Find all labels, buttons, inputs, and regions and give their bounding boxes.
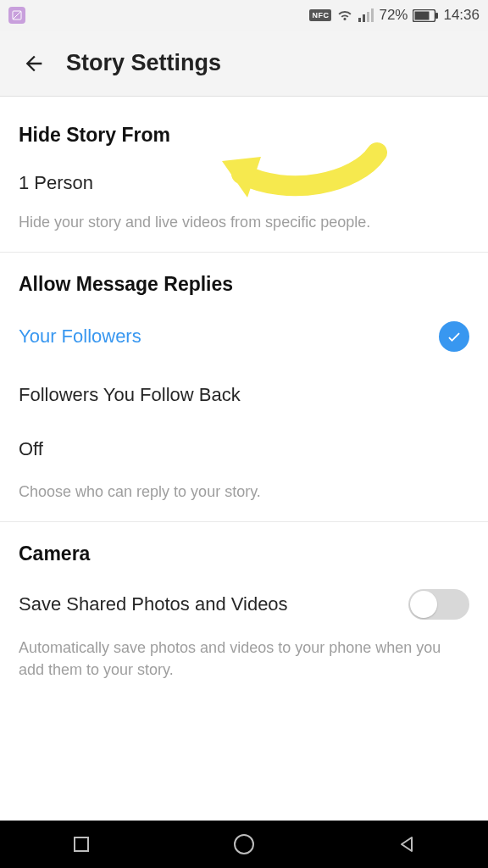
back-arrow-icon <box>22 52 46 75</box>
replies-desc: Choose who can reply to your story. <box>19 481 469 503</box>
nfc-icon: NFC <box>309 9 331 21</box>
battery-icon <box>413 9 438 22</box>
square-icon <box>71 834 92 854</box>
camera-title: Camera <box>19 542 469 565</box>
camera-section: Camera Save Shared Photos and Videos Aut… <box>0 522 488 699</box>
toggle-knob <box>410 591 437 618</box>
message-replies-section: Allow Message Replies Your Followers Fol… <box>0 253 488 522</box>
reply-option-off[interactable]: Off <box>19 438 469 460</box>
back-button[interactable] <box>17 47 51 81</box>
selected-check-icon <box>439 321 469 352</box>
hide-story-desc: Hide your story and live videos from spe… <box>19 211 469 233</box>
svg-rect-2 <box>358 18 361 22</box>
option-label: Your Followers <box>19 326 141 348</box>
hide-story-section[interactable]: Hide Story From 1 Person Hide your story… <box>0 97 488 253</box>
notification-app-icon <box>8 7 25 24</box>
nav-recent-button[interactable] <box>58 821 105 868</box>
reply-option-followers-follow-back[interactable]: Followers You Follow Back <box>19 384 469 406</box>
svg-rect-8 <box>435 13 438 19</box>
replies-title: Allow Message Replies <box>19 273 469 296</box>
svg-rect-9 <box>75 837 88 851</box>
android-navbar <box>0 821 488 868</box>
page-title: Story Settings <box>66 50 221 76</box>
battery-percent: 72% <box>379 7 408 24</box>
wifi-icon <box>336 8 353 22</box>
svg-point-10 <box>235 835 253 854</box>
nav-home-button[interactable] <box>220 821 268 868</box>
camera-desc: Automatically save photos and videos to … <box>19 637 469 681</box>
circle-icon <box>232 832 256 856</box>
svg-rect-3 <box>363 14 365 22</box>
option-label: Followers You Follow Back <box>19 384 241 406</box>
appbar: Story Settings <box>0 31 488 97</box>
reply-option-your-followers[interactable]: Your Followers <box>19 321 469 352</box>
save-shared-label: Save Shared Photos and Videos <box>19 593 288 615</box>
statusbar: NFC 72% 14:36 <box>0 0 488 31</box>
triangle-back-icon <box>396 834 417 854</box>
hide-story-title: Hide Story From <box>19 124 469 147</box>
hide-story-value: 1 Person <box>19 172 469 194</box>
content-scroll[interactable]: Hide Story From 1 Person Hide your story… <box>0 97 488 821</box>
svg-rect-4 <box>367 12 369 22</box>
nav-back-button[interactable] <box>383 821 430 868</box>
svg-rect-7 <box>415 11 430 19</box>
save-shared-toggle[interactable] <box>408 589 469 620</box>
option-label: Off <box>19 438 43 460</box>
clock-text: 14:36 <box>443 7 480 24</box>
svg-rect-5 <box>371 8 374 22</box>
signal-icon <box>358 8 374 22</box>
svg-line-1 <box>13 11 21 19</box>
